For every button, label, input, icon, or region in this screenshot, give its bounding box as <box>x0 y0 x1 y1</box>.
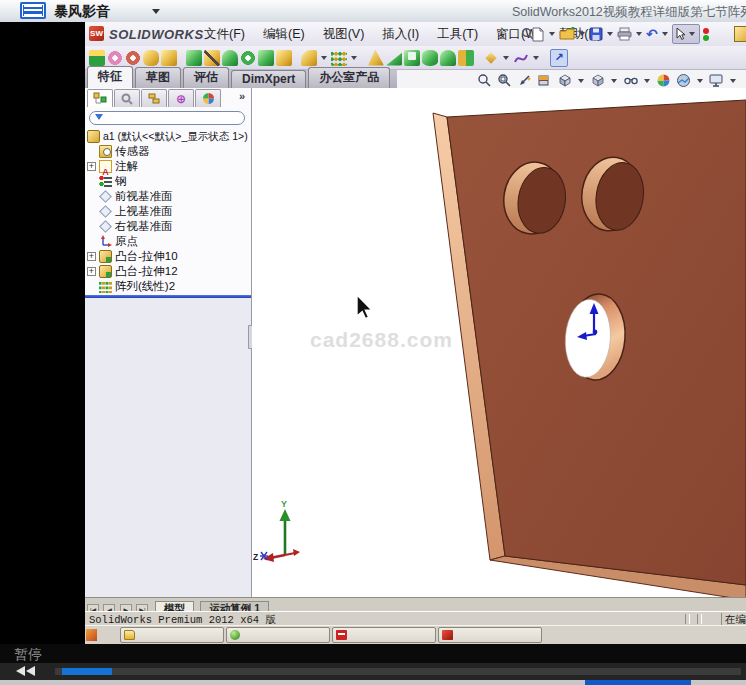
expand-icon[interactable]: + <box>87 252 96 261</box>
fillet-caret-icon[interactable] <box>321 56 327 60</box>
lofted-cut-icon[interactable] <box>258 50 274 66</box>
wrap-icon[interactable] <box>422 50 438 66</box>
view-orientation-caret-icon[interactable] <box>578 79 584 83</box>
swept-cut-icon[interactable] <box>240 50 256 66</box>
view-settings-caret-icon[interactable] <box>730 79 736 83</box>
apply-scene-icon[interactable] <box>675 72 692 89</box>
revolved-cut-icon[interactable] <box>222 50 238 66</box>
undo-icon[interactable]: ↶ <box>646 27 658 41</box>
edit-appearance-icon[interactable] <box>655 72 672 89</box>
tab-office-products[interactable]: 办公室产品 <box>308 67 390 88</box>
tree-item-right-plane[interactable]: 右视基准面 <box>99 219 173 234</box>
taskbar-partial-icon[interactable] <box>86 629 97 641</box>
curves-icon[interactable] <box>513 50 529 66</box>
mirror-icon[interactable] <box>458 50 474 66</box>
display-style-caret-icon[interactable] <box>611 79 617 83</box>
expand-icon[interactable]: + <box>87 162 96 171</box>
dome-icon[interactable] <box>440 50 456 66</box>
section-view-icon[interactable] <box>536 72 553 89</box>
lofted-boss-icon[interactable] <box>143 50 159 66</box>
view-orientation-icon[interactable] <box>556 72 573 89</box>
shell-icon[interactable] <box>404 50 420 66</box>
swept-boss-icon[interactable] <box>125 50 141 66</box>
curves-caret-icon[interactable] <box>533 56 539 60</box>
taskbar-button-folder[interactable] <box>120 627 224 643</box>
select-cursor-icon[interactable] <box>672 24 700 44</box>
tree-item-root[interactable]: a1 (默认<<默认>_显示状态 1>) <box>87 129 248 144</box>
view-settings-icon[interactable] <box>708 72 725 89</box>
print-caret-icon[interactable] <box>636 32 642 36</box>
taskbar-button-green-app[interactable] <box>226 627 330 643</box>
save-caret-icon[interactable] <box>607 32 613 36</box>
tree-item-front-plane[interactable]: 前视基准面 <box>99 189 173 204</box>
tree-item-linear-pattern[interactable]: 阵列(线性)2 <box>99 279 175 294</box>
tree-item-annotations[interactable]: + A 注解 <box>87 159 138 174</box>
status-bar: SolidWorks Premium 2012 x64 版 在编辑 <box>85 611 746 625</box>
tree-item-boss-extrude10[interactable]: + 凸台-拉伸10 <box>87 249 178 264</box>
zoom-area-icon[interactable] <box>496 72 513 89</box>
seek-bar[interactable] <box>55 668 741 675</box>
hide-show-caret-icon[interactable] <box>644 79 650 83</box>
clipped-toolbar-icon[interactable] <box>734 26 746 42</box>
tree-item-top-plane[interactable]: 上视基准面 <box>99 204 173 219</box>
rewind-icon[interactable] <box>16 666 38 677</box>
boundary-cut-icon[interactable] <box>276 50 292 66</box>
undo-caret-icon[interactable] <box>662 32 668 36</box>
tree-item-origin[interactable]: 原点 <box>99 234 138 249</box>
taskbar-button-pdf[interactable] <box>332 627 436 643</box>
menu-tools[interactable]: 工具(T) <box>428 24 487 45</box>
hole-wizard-icon[interactable] <box>204 50 220 66</box>
new-caret-icon[interactable] <box>549 32 555 36</box>
zoom-fit-icon[interactable] <box>476 72 493 89</box>
tree-item-boss-extrude12[interactable]: + 凸台-拉伸12 <box>87 264 178 279</box>
tab-evaluate[interactable]: 评估 <box>183 67 229 88</box>
instant3d-icon[interactable]: ↗ <box>550 49 568 67</box>
tree-item-material[interactable]: 钢 <box>99 174 127 189</box>
revolved-boss-icon[interactable] <box>107 50 123 66</box>
draft-icon[interactable] <box>386 50 402 66</box>
menu-edit[interactable]: 编辑(E) <box>254 24 314 45</box>
tree-item-sensors[interactable]: 传感器 <box>99 144 150 159</box>
displaymanager-tab[interactable] <box>195 89 221 107</box>
open-caret-icon[interactable] <box>579 32 585 36</box>
tab-features[interactable]: 特征 <box>87 66 133 88</box>
player-app-name[interactable]: 暴风影音 <box>54 3 110 21</box>
linear-pattern-icon[interactable] <box>331 50 347 66</box>
player-logo-icon[interactable] <box>20 2 46 19</box>
boundary-boss-icon[interactable] <box>161 50 177 66</box>
open-icon[interactable] <box>559 27 575 41</box>
extruded-boss-icon[interactable] <box>89 50 105 66</box>
expand-icon[interactable]: + <box>87 267 96 276</box>
configurationmanager-tab[interactable] <box>141 89 167 107</box>
featuremanager-tab[interactable] <box>87 89 113 107</box>
apply-scene-caret-icon[interactable] <box>697 79 703 83</box>
panel-overflow-chevron-icon[interactable]: » <box>239 90 245 102</box>
extruded-cut-icon[interactable] <box>186 50 202 66</box>
graphics-viewport[interactable]: cad2688.com <box>252 88 746 597</box>
view-toggle-icon[interactable] <box>702 27 710 42</box>
save-icon[interactable] <box>589 27 603 41</box>
previous-view-icon[interactable] <box>516 72 533 89</box>
hide-show-items-icon[interactable] <box>622 72 639 89</box>
menu-file[interactable]: 文件(F) <box>195 24 254 45</box>
propertymanager-tab[interactable] <box>114 89 140 107</box>
pattern-caret-icon[interactable] <box>351 56 357 60</box>
tab-sketch[interactable]: 草图 <box>135 67 181 88</box>
rib-icon[interactable] <box>368 50 384 66</box>
print-icon[interactable] <box>617 27 632 41</box>
refgeom-caret-icon[interactable] <box>503 56 509 60</box>
tab-dimxpert[interactable]: DimXpert <box>231 70 306 88</box>
new-document-icon[interactable] <box>531 27 545 42</box>
fillet-icon[interactable] <box>301 50 317 66</box>
reference-geometry-icon[interactable] <box>483 50 499 66</box>
taskbar-button-red-app[interactable] <box>438 627 542 643</box>
tree-filter-input[interactable] <box>106 112 240 125</box>
player-menu-caret-icon[interactable] <box>152 9 160 14</box>
dimxpertmanager-tab[interactable]: ⊕ <box>168 89 194 107</box>
select-caret-icon[interactable] <box>689 32 695 36</box>
menu-insert[interactable]: 插入(I) <box>373 24 428 45</box>
menu-view[interactable]: 视图(V) <box>314 24 374 45</box>
model-canvas[interactable]: Y Z <box>252 88 746 597</box>
display-style-icon[interactable] <box>589 72 606 89</box>
status-separator <box>697 614 702 624</box>
